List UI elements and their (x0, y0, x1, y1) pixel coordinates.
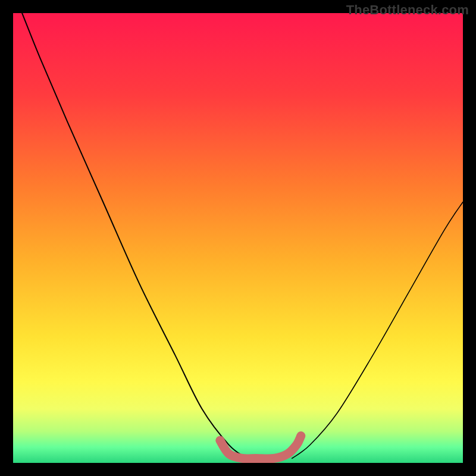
curve-right-path (292, 202, 463, 459)
curve-left-path (22, 13, 247, 458)
watermark-text: TheBottleneck.com (346, 2, 469, 18)
chart-frame (13, 13, 463, 463)
chart-overlay (13, 13, 463, 463)
